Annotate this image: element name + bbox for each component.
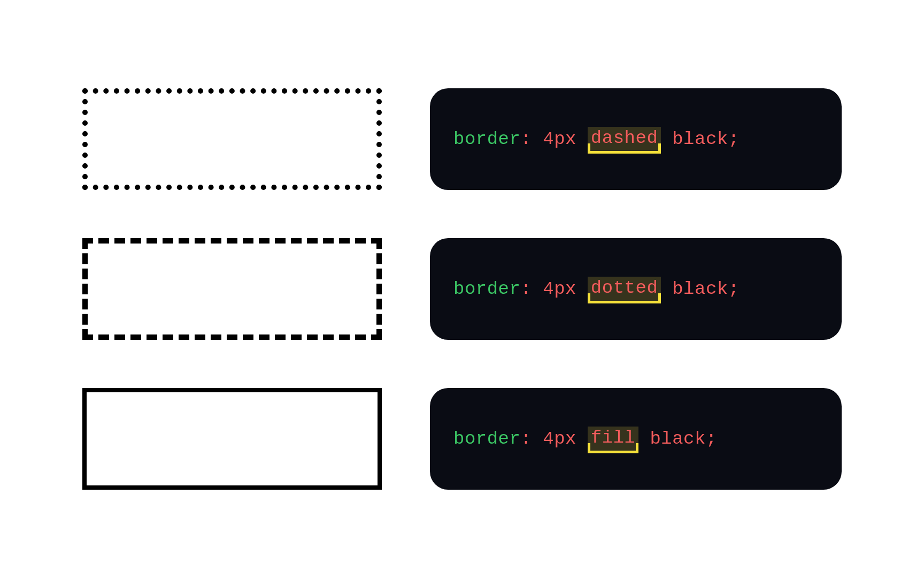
border-examples-grid: border: 4px dashed black; border: 4px do… (82, 88, 842, 490)
css-property: border (453, 279, 520, 299)
code-block-dotted: border: 4px dotted black; (430, 238, 842, 340)
css-colon: : (520, 429, 532, 449)
css-space (532, 279, 543, 299)
css-semicolon: ; (706, 429, 717, 449)
css-colon: : (520, 279, 532, 299)
css-color: black (672, 129, 728, 149)
css-space (661, 279, 672, 299)
dotted-border-example (82, 88, 382, 190)
css-space (532, 129, 543, 149)
css-style-highlight: dashed (588, 127, 661, 151)
css-semicolon: ; (728, 279, 740, 299)
css-space (638, 429, 650, 449)
css-space (661, 129, 672, 149)
css-colon: : (520, 129, 532, 149)
css-property: border (453, 429, 520, 449)
css-space (576, 129, 588, 149)
css-color: black (650, 429, 706, 449)
css-size: 4px (543, 279, 576, 299)
css-property: border (453, 129, 520, 149)
code-block-dashed: border: 4px dashed black; (430, 88, 842, 190)
code-block-fill: border: 4px fill black; (430, 388, 842, 490)
css-space (532, 429, 543, 449)
solid-border-example (82, 388, 382, 490)
css-style-highlight: dotted (588, 277, 661, 301)
css-size: 4px (543, 129, 576, 149)
css-size: 4px (543, 429, 576, 449)
dashed-border-example (82, 238, 382, 340)
css-space (576, 429, 588, 449)
css-style-highlight: fill (588, 427, 639, 451)
css-space (576, 279, 588, 299)
css-color: black (672, 279, 728, 299)
css-semicolon: ; (728, 129, 740, 149)
